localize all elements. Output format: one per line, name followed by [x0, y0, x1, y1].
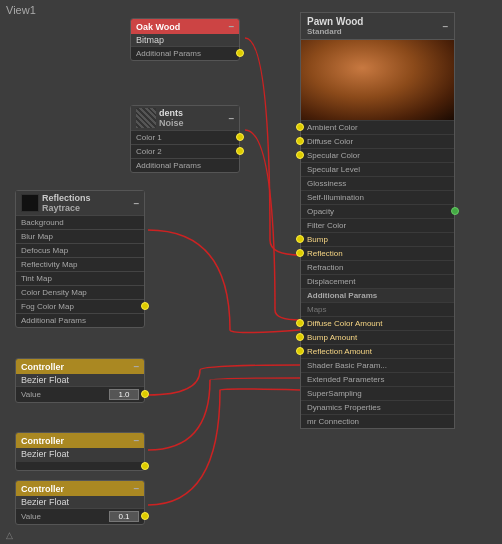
dents-color1-dot [236, 133, 244, 141]
pawnwood-maps-label: Maps [301, 302, 454, 316]
node-dents[interactable]: dents Noise – Color 1 Color 2 Additional… [130, 105, 240, 173]
pawnwood-reflection-in [296, 249, 304, 257]
controller1-value-row: Value 1.0 [16, 386, 144, 402]
controller3-header: Controller – [16, 481, 144, 496]
reflect-thumb [21, 194, 39, 212]
reflections-row2: Blur Map [16, 229, 144, 243]
oakwood-output-dot [236, 49, 244, 57]
reflections-header: Reflections Raytrace – [16, 191, 144, 215]
pawnwood-row-2: Specular Color [301, 148, 454, 162]
pawnwood-row-10: Refraction [301, 260, 454, 274]
oakwood-subheader: Bitmap [131, 34, 239, 46]
controller3-value[interactable]: 0.1 [109, 511, 139, 522]
dents-thumb [136, 108, 156, 128]
pawnwood-row-7: Filter Color [301, 218, 454, 232]
pawnwood-reflection-amt-in [296, 347, 304, 355]
reflections-row3: Defocus Map [16, 243, 144, 257]
node-oakwood[interactable]: Oak Wood – Bitmap Additional Params [130, 18, 240, 61]
pawnwood-row-extended: Extended Parameters [301, 372, 454, 386]
pawnwood-row-4: Glossiness [301, 176, 454, 190]
pawnwood-row-0: Ambient Color [301, 120, 454, 134]
oakwood-header: Oak Wood – [131, 19, 239, 34]
bottom-label: △ [6, 530, 13, 540]
pawnwood-row-shader: Shader Basic Param... [301, 358, 454, 372]
pawnwood-header: Pawn Wood Standard – [301, 13, 454, 40]
controller2-header: Controller – [16, 433, 144, 448]
controller3-output-dot [141, 512, 149, 520]
controller2-output-dot [141, 462, 149, 470]
controller1-value[interactable]: 1.0 [109, 389, 139, 400]
reflections-row4: Reflectivity Map [16, 257, 144, 271]
dents-row3: Additional Params [131, 158, 239, 172]
dents-row2: Color 2 [131, 144, 239, 158]
pawnwood-row-reflection-amt: Reflection Amount [301, 344, 454, 358]
pawnwood-row-supersampling: SuperSampling [301, 386, 454, 400]
pawnwood-row-bump-amt: Bump Amount [301, 330, 454, 344]
controller3-subheader: Bezier Float [16, 496, 144, 508]
dents-color2-dot [236, 147, 244, 155]
viewport-label: View1 [6, 4, 36, 16]
viewport: View1 Oak Wood – Bitmap Additional Param… [0, 0, 502, 544]
pawnwood-bump-in [296, 235, 304, 243]
controller1-header: Controller – [16, 359, 144, 374]
pawnwood-bump-amt-in [296, 333, 304, 341]
node-pawnwood[interactable]: Pawn Wood Standard – Ambient Color Diffu… [300, 12, 455, 429]
pawnwood-row-8: Bump [301, 232, 454, 246]
node-controller-1[interactable]: Controller – Bezier Float Value 1.0 [15, 358, 145, 403]
pawnwood-row-3: Specular Level [301, 162, 454, 176]
controller3-value-row: Value 0.1 [16, 508, 144, 524]
pawnwood-row-6: Opacity [301, 204, 454, 218]
pawnwood-row-5: Self-Illumination [301, 190, 454, 204]
pawnwood-row-mr: mr Connection [301, 414, 454, 428]
controller1-output-dot [141, 390, 149, 398]
node-controller-3[interactable]: Controller – Bezier Float Value 0.1 [15, 480, 145, 525]
pawnwood-row-9: Reflection [301, 246, 454, 260]
reflections-row8: Additional Params [16, 313, 144, 327]
reflections-row5: Tint Map [16, 271, 144, 285]
node-reflections[interactable]: Reflections Raytrace – Background Blur M… [15, 190, 145, 328]
pawnwood-row-11: Displacement [301, 274, 454, 288]
reflections-fog-dot [141, 302, 149, 310]
dents-row1: Color 1 [131, 130, 239, 144]
reflections-row1: Background [16, 215, 144, 229]
oakwood-row1: Additional Params [131, 46, 239, 60]
controller2-subheader: Bezier Float [16, 448, 144, 462]
pawnwood-row-diffuse-amt: Diffuse Color Amount [301, 316, 454, 330]
pawnwood-specular-color-in [296, 151, 304, 159]
controller1-subheader: Bezier Float [16, 374, 144, 386]
pawnwood-row-dynamics: Dynamics Properties [301, 400, 454, 414]
pawnwood-diffuse-in [296, 137, 304, 145]
pawnwood-ambient-in [296, 123, 304, 131]
reflections-row7: Fog Color Map [16, 299, 144, 313]
pawnwood-preview [301, 40, 454, 120]
pawnwood-diffuse-amt-in [296, 319, 304, 327]
dents-header: dents Noise – [131, 106, 239, 130]
node-controller-2[interactable]: Controller – Bezier Float [15, 432, 145, 471]
reflections-row6: Color Density Map [16, 285, 144, 299]
pawnwood-section-maps: Additional Params [301, 288, 454, 302]
pawnwood-opacity-out [451, 207, 459, 215]
pawnwood-row-1: Diffuse Color [301, 134, 454, 148]
pawnwood-minus[interactable]: – [442, 21, 448, 32]
